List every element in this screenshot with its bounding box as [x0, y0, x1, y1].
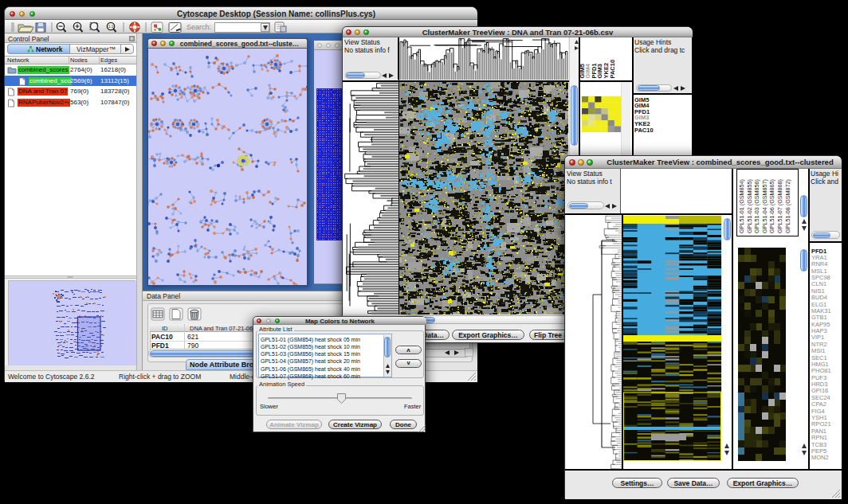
svg-text:GPL51‑01 (GSM854): GPL51‑01 (GSM854)	[738, 179, 745, 233]
svg-text:GPL51‑02 (GSM855): GPL51‑02 (GSM855)	[746, 179, 753, 233]
svg-text:GPL51‑06 (GSM865): GPL51‑06 (GSM865)	[768, 179, 775, 233]
svg-text:GPL51‑04 (GSM857): GPL51‑04 (GSM857)	[761, 179, 768, 233]
svg-text:GPL51‑07 (GSM868): GPL51‑07 (GSM868)	[776, 179, 783, 233]
svg-text:GPL51‑03 (GSM856): GPL51‑03 (GSM856)	[753, 179, 760, 233]
svg-text:1:1: 1:1	[108, 25, 114, 29]
svg-text:GPL51‑08 (GSM872): GPL51‑08 (GSM872)	[784, 179, 791, 233]
svg-text:PAC10: PAC10	[608, 60, 615, 79]
